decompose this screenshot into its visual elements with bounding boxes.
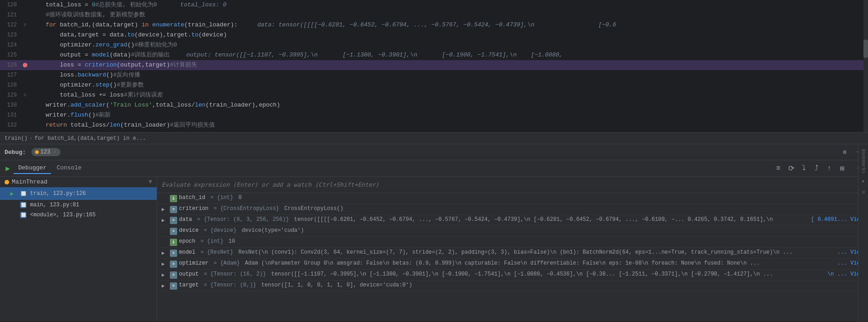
code-line-127: 127 loss.backward()#反向传播 — [0, 70, 868, 80]
var-item-model[interactable]: ▶ ≡ model = {ResNet} ResNet(\n (conv1): … — [157, 248, 868, 259]
var-item-device[interactable]: ≡ device = {device} device(type='cuda') — [157, 226, 868, 237]
var-name-criterion: criterion — [179, 205, 209, 212]
var-expand-model[interactable]: ▶ — [162, 250, 168, 256]
frame-row-0[interactable]: ▶ ⬜ train, 123.py:126 — [0, 187, 157, 200]
evaluate-expression-icon[interactable]: ⊞ — [836, 163, 848, 174]
var-view-data[interactable]: [ 0.4091... View — [811, 216, 863, 223]
var-type-criterion: = {CrossEntropyLoss} — [210, 205, 282, 212]
var-item-optimizer[interactable]: ▶ ≡ optimizer = {Adam} Adam (\nParameter… — [157, 259, 868, 270]
bookmark-icon-2[interactable]: ● — [861, 179, 866, 184]
var-value-criterion: CrossEntropyLoss() — [284, 205, 863, 212]
line-number-120: 120 — [0, 2, 20, 8]
var-item-output[interactable]: ▶ ≡ output = {Tensor: (16, 2)} tensor([[… — [157, 270, 868, 281]
fold-marker-122[interactable]: ▽ — [23, 23, 27, 27]
frame-row-2[interactable]: ⬜ <module>, 123.py:165 — [0, 210, 157, 220]
var-expand-optimizer[interactable]: ▶ — [162, 261, 168, 267]
var-value-batch-id: 0 — [238, 194, 863, 201]
step-out-icon[interactable]: ⤴ — [811, 163, 822, 174]
code-content-120: total_loss = 0#总损失值, 初始化为0 total_loss: 0 — [30, 0, 868, 10]
run-to-cursor-icon[interactable]: ↑ — [823, 163, 835, 174]
step-over-icon[interactable]: ⟳ — [785, 163, 797, 174]
breadcrumb-bar: train() › for batch_id,(data,target) in … — [0, 132, 868, 144]
code-line-121: 121 #循环读取训练数据集, 更新模型参数 — [0, 10, 868, 20]
var-type-output: = {Tensor: (16, 2)} — [200, 271, 269, 277]
line-number-131: 131 — [0, 112, 20, 118]
var-value-model: ResNet(\n (conv1): Conv2d(3, 64, kernel_… — [238, 249, 833, 256]
editor-scrollbar-thumb[interactable] — [863, 40, 868, 58]
frame-text-2: <module>, 123.py:165 — [30, 212, 96, 218]
var-type-device: = {device} — [200, 227, 240, 234]
settings-button[interactable]: ⚙ — [840, 147, 850, 157]
breadcrumb-loop[interactable]: for batch_id,(data,target) in e... — [35, 135, 146, 142]
var-icon-epoch: i — [170, 239, 177, 246]
tab-console[interactable]: Console — [52, 163, 86, 174]
var-type-epoch: = {int} — [197, 238, 227, 245]
fold-marker-129[interactable]: ▽ — [23, 93, 27, 97]
debug-content: MainThread ▼ ▶ ⬜ train, 123.py:126 ⬜ mai… — [0, 177, 868, 322]
var-type-optimizer: = {Adam} — [210, 260, 243, 266]
line-number-127: 127 — [0, 72, 20, 78]
gutter-126 — [20, 63, 30, 67]
code-line-131: 131 writer.flush()#刷新 — [0, 110, 868, 120]
code-line-120: 120 total_loss = 0#总损失值, 初始化为0 total_los… — [0, 0, 868, 10]
code-content-131: writer.flush()#刷新 — [30, 110, 868, 120]
thread-status-dot — [5, 180, 9, 184]
var-type-batch-id: = {int} — [207, 194, 237, 201]
var-value-epoch: 10 — [229, 238, 863, 245]
var-name-data: data — [179, 216, 192, 223]
current-frame-icon: ▶ — [7, 189, 16, 198]
tab-debugger[interactable]: Debugger — [14, 163, 51, 174]
frame-icon-0: ⬜ — [20, 190, 26, 197]
thread-row[interactable]: MainThread ▼ — [0, 177, 157, 187]
code-content-128: optimizer.step()#更新参数 — [30, 80, 868, 90]
frames-icon[interactable]: ≡ — [772, 163, 784, 174]
var-item-data[interactable]: ▶ ≡ data = {Tensor: (8, 3, 256, 256)} te… — [157, 215, 868, 226]
line-number-125: 125 — [0, 52, 20, 58]
code-content-124: optimizer.zero_grad()#梯度初始化为0 — [30, 40, 868, 50]
var-icon-output: ≡ — [170, 271, 177, 279]
var-name-optimizer: optimizer — [179, 260, 209, 266]
editor-scrollbar[interactable] — [863, 0, 868, 132]
thread-dropdown-arrow[interactable]: ▼ — [148, 179, 152, 185]
resume-button[interactable]: ▶ — [3, 164, 13, 174]
var-value-device: device(type='cuda') — [242, 227, 863, 234]
var-expand-criterion[interactable]: ▶ — [162, 206, 168, 212]
var-item-batch-id[interactable]: i batch_id = {int} 0 — [157, 193, 868, 204]
debug-session-badge[interactable]: 123 × — [31, 148, 61, 156]
bookmark-icon-1[interactable]: Bookmarks — [861, 149, 866, 174]
breadcrumb-train[interactable]: train() — [5, 135, 27, 142]
step-into-icon[interactable]: ⤵ — [798, 163, 810, 174]
var-item-criterion[interactable]: ▶ ≡ criterion = {CrossEntropyLoss} Cross… — [157, 204, 868, 215]
frame-icon-1: ⬜ — [20, 202, 26, 208]
var-name-device: device — [179, 227, 199, 234]
code-line-129: 129 ▽ total_loss += loss#累计训练误差 — [0, 90, 868, 100]
code-line-126: 126 loss = criterion(output,target)#计算损失 — [0, 60, 868, 70]
var-type-model: = {ResNet} — [197, 249, 236, 256]
bookmark-icon-3[interactable]: ⚙ — [861, 189, 866, 194]
var-type-data: = {Tensor: (8, 3, 256, 256)} — [194, 216, 292, 223]
eval-input[interactable] — [162, 181, 860, 188]
var-icon-criterion: ≡ — [170, 206, 177, 213]
frame-row-1[interactable]: ⬜ main, 123.py:81 — [0, 200, 157, 210]
line-number-128: 128 — [0, 82, 20, 88]
line-number-124: 124 — [0, 42, 20, 48]
var-item-epoch[interactable]: i epoch = {int} 10 — [157, 237, 868, 248]
var-expand-output[interactable]: ▶ — [162, 272, 168, 278]
var-name-batch-id: batch_id — [179, 194, 205, 201]
line-number-126: 126 — [0, 62, 20, 68]
variables-panel: ▼ i batch_id = {int} 0 ▶ ≡ criterion = {… — [157, 177, 868, 322]
var-item-target[interactable]: ▶ ≡ target = {Tensor: (8,)} tensor([1, 1… — [157, 281, 868, 291]
var-expand-target[interactable]: ▶ — [162, 283, 168, 289]
var-expand-data[interactable]: ▶ — [162, 217, 168, 223]
debug-panel: Debug: 123 × ⚙ − ▶ Debugger Console ≡ ⟳ … — [0, 144, 868, 322]
bookmarks-panel: Bookmarks ● ⚙ — [858, 144, 868, 322]
code-content-125: output = model(data)#训练后的输出 output: tens… — [30, 50, 868, 60]
var-type-target: = {Tensor: (8,)} — [200, 282, 260, 288]
close-session-button[interactable]: × — [53, 148, 56, 156]
gutter-122: ▽ — [20, 23, 30, 27]
debug-title: Debug: — [5, 149, 26, 156]
debug-session-dot — [35, 150, 39, 154]
var-name-epoch: epoch — [179, 238, 195, 245]
var-icon-device: ≡ — [170, 228, 177, 235]
var-name-target: target — [179, 282, 199, 288]
